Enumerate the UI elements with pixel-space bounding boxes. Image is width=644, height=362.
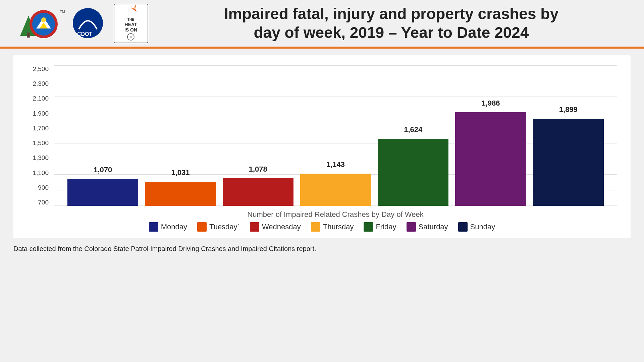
y-axis-label: 700 (38, 199, 49, 206)
bar-group: 1,078 (223, 178, 293, 206)
legend-label: Wednesday (262, 223, 301, 231)
y-axis-label: 2,500 (33, 65, 49, 73)
legend-label: Friday (376, 223, 396, 231)
legend-item: Thursday (311, 222, 354, 232)
svg-point-6 (41, 17, 46, 22)
bar-value-label: 1,070 (94, 166, 112, 174)
y-axis: 2,5002,3002,1001,9001,7001,5001,3001,100… (27, 65, 54, 206)
y-axis-label: 900 (38, 184, 49, 191)
heat-is-on-logo: THE HEAT IS ON © (113, 3, 149, 44)
legend-item: Wednesday (250, 222, 301, 232)
bars-wrapper: 1,0701,0311,0781,1431,6241,9861,899 (54, 65, 617, 206)
bar-value-label: 1,624 (404, 125, 422, 134)
svg-text:HEAT: HEAT (124, 22, 137, 27)
bar-group: 1,899 (533, 119, 604, 206)
cdot-logo: CDOT (72, 7, 104, 39)
bar-value-label: 1,031 (171, 168, 190, 177)
logos-container: TM CDOT THE HEAT IS ON © (10, 3, 149, 44)
bar: 1,070 (67, 179, 138, 206)
svg-text:CDOT: CDOT (77, 31, 93, 37)
legend-label: Thursday (323, 223, 354, 231)
legend-swatch (458, 222, 468, 232)
svg-text:©: © (130, 36, 132, 39)
y-axis-label: 1,500 (33, 139, 49, 147)
bar-group: 1,031 (145, 182, 216, 206)
y-axis-label: 1,900 (33, 110, 49, 117)
y-axis-label: 2,300 (33, 80, 49, 87)
svg-text:TM: TM (60, 10, 65, 14)
legend-item: Monday (149, 222, 187, 232)
legend-label: Saturday (419, 223, 448, 231)
legend-swatch (407, 222, 416, 232)
legend-swatch (311, 222, 320, 232)
legend-item: Tuesday` (197, 222, 240, 232)
y-axis-label: 2,100 (33, 95, 49, 102)
bar-value-label: 1,143 (326, 160, 345, 169)
chart-legend: MondayTuesday`WednesdayThursdayFridaySat… (27, 222, 617, 232)
bars-area: 1,0701,0311,0781,1431,6241,9861,899 (54, 65, 617, 206)
legend-swatch (364, 222, 373, 232)
y-axis-label: 1,300 (33, 154, 49, 162)
bar-group: 1,070 (67, 179, 138, 206)
legend-swatch (197, 222, 207, 232)
page-title: Impaired fatal, injury and property cras… (149, 5, 634, 42)
svg-text:IS ON: IS ON (124, 27, 137, 33)
bar: 1,031 (145, 182, 216, 206)
bar-group: 1,624 (378, 139, 448, 206)
bar-value-label: 1,899 (559, 105, 578, 114)
x-axis-label: Number of Impaired Related Crashes by Da… (54, 210, 617, 219)
bar-value-label: 1,078 (249, 165, 267, 174)
bar: 1,078 (223, 178, 293, 206)
bar: 1,986 (455, 112, 526, 206)
footnote: Data collected from the Colorado State P… (13, 245, 631, 253)
bar-group: 1,986 (455, 112, 526, 206)
legend-label: Tuesday` (209, 223, 240, 231)
legend-item: Saturday (407, 222, 448, 232)
svg-rect-1 (27, 33, 30, 38)
page-header: TM CDOT THE HEAT IS ON © Impaired fatal,… (0, 0, 644, 49)
chart-container: 2,5002,3002,1001,9001,7001,5001,3001,100… (13, 55, 631, 238)
legend-item: Sunday (458, 222, 495, 232)
y-axis-label: 1,700 (33, 125, 49, 132)
legend-swatch (149, 222, 158, 232)
legend-swatch (250, 222, 259, 232)
y-axis-label: 1,100 (33, 169, 49, 177)
legend-label: Monday (161, 223, 187, 231)
legend-item: Friday (364, 222, 396, 232)
bar-value-label: 1,986 (482, 99, 500, 108)
colorado-logo: TM (10, 6, 69, 41)
bar: 1,899 (533, 119, 604, 206)
svg-text:THE: THE (127, 18, 134, 21)
bar-group: 1,143 (300, 174, 371, 206)
chart-area: 2,5002,3002,1001,9001,7001,5001,3001,100… (27, 65, 617, 206)
bar: 1,624 (378, 139, 448, 206)
bar: 1,143 (300, 174, 371, 206)
legend-label: Sunday (470, 223, 495, 231)
